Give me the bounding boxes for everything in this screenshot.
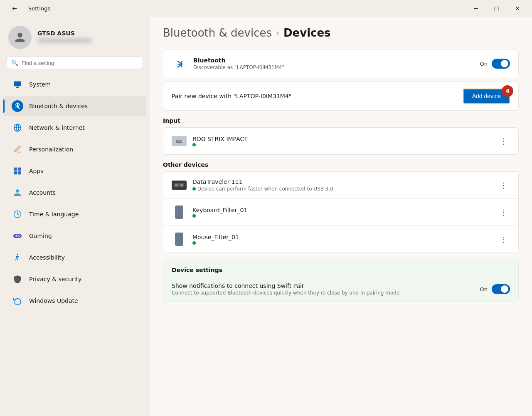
connected-dot [192,143,196,146]
swift-pair-toggle[interactable] [492,284,510,294]
sidebar-item-personalization[interactable]: Personalization [3,139,146,159]
swift-pair-toggle-area: On [480,284,510,294]
step-badge: 4 [502,85,513,97]
titlebar-controls: ─ □ ✕ [466,2,527,15]
input-section-heading: Input [163,117,519,124]
maximize-button[interactable]: □ [487,2,506,15]
update-icon [12,295,23,307]
time-icon [12,208,23,220]
svg-rect-5 [18,168,21,171]
list-item: DataTraveler 111 Device can perform fast… [163,172,518,199]
titlebar-title: Settings [28,5,50,12]
device-status [192,214,491,218]
sidebar-item-accessibility[interactable]: Accessibility [3,248,146,267]
connected-dot [192,241,196,245]
profile-info: GTSD ASUS [37,30,91,45]
sidebar-item-network[interactable]: Network & internet [3,118,146,138]
add-device-wrapper: Add device 4 [463,89,510,104]
app-body: GTSD ASUS 🔍 System Bluetooth & devices [0,17,532,416]
device-more-button[interactable]: ⋮ [497,233,510,246]
sidebar-item-time[interactable]: Time & language [3,204,146,224]
phone-icon [172,205,187,220]
device-info: DataTraveler 111 Device can perform fast… [192,178,491,192]
apps-icon [12,165,23,177]
device-info: Keyboard_Filter_01 [192,207,491,218]
back-button[interactable]: ← [5,2,24,15]
other-devices-card: DataTraveler 111 Device can perform fast… [163,171,519,253]
sidebar-profile: GTSD ASUS [0,21,150,56]
breadcrumb-parent[interactable]: Bluetooth & devices [163,27,272,39]
device-status: Device can perform faster when connected… [192,186,491,192]
search-box[interactable]: 🔍 [7,57,143,69]
minimize-button[interactable]: ─ [466,2,485,15]
search-icon: 🔍 [11,59,18,66]
network-icon [12,122,23,134]
sidebar-item-update-label: Windows Update [29,297,78,304]
phone-icon-2 [172,232,187,247]
svg-point-12 [18,235,19,236]
close-button[interactable]: ✕ [508,2,527,15]
list-item: ⌨ ROG STRIX IMPACT ⋮ [163,128,518,154]
add-device-label: Pair new device with "LAPTOP-I0IM31M4" [172,93,291,99]
avatar [8,26,32,49]
svg-point-14 [17,254,18,255]
other-devices-heading: Other devices [163,161,519,168]
connected-dot [192,187,196,191]
svg-rect-0 [14,82,21,87]
list-item: Keyboard_Filter_01 ⋮ [163,199,518,226]
breadcrumb: Bluetooth & devices › Devices [163,27,519,39]
accessibility-icon [12,252,23,263]
profile-email [37,38,91,43]
input-devices-card: ⌨ ROG STRIX IMPACT ⋮ [163,127,519,155]
svg-point-13 [19,236,20,237]
svg-rect-9 [13,234,22,238]
sidebar-item-gaming[interactable]: Gaming [3,226,146,246]
sidebar-item-personalization-label: Personalization [29,146,73,153]
sidebar-item-gaming-label: Gaming [29,233,52,239]
toggle-knob [501,60,508,67]
sidebar-item-apps[interactable]: Apps [3,161,146,181]
sidebar-item-system[interactable]: System [3,74,146,94]
svg-rect-7 [18,171,21,175]
device-more-button[interactable]: ⋮ [497,134,510,148]
sidebar-item-apps-label: Apps [29,168,44,174]
system-icon [12,79,23,90]
gaming-icon [12,230,23,242]
svg-rect-6 [14,171,17,175]
breadcrumb-current: Devices [283,27,331,39]
sidebar-item-update[interactable]: Windows Update [3,291,146,311]
bluetooth-card: Bluetooth Discoverable as "LAPTOP-I0IM31… [163,49,519,78]
sidebar-item-privacy[interactable]: Privacy & security [3,269,146,289]
main-content: Bluetooth & devices › Devices Bluetooth … [150,17,532,416]
bluetooth-name: Bluetooth [193,57,473,64]
device-more-button[interactable]: ⋮ [497,206,510,219]
bluetooth-toggle[interactable] [492,59,510,69]
device-name: Mouse_Filter_01 [192,234,491,240]
search-input[interactable] [22,60,138,66]
sidebar: GTSD ASUS 🔍 System Bluetooth & devices [0,17,150,416]
sidebar-item-time-label: Time & language [29,211,79,218]
bluetooth-status-label: On [480,61,488,67]
device-name: Keyboard_Filter_01 [192,207,491,213]
device-info: Mouse_Filter_01 [192,234,491,245]
sidebar-item-accounts[interactable]: Accounts [3,183,146,203]
sidebar-item-bluetooth[interactable]: Bluetooth & devices [3,96,146,116]
svg-rect-18 [175,184,178,186]
connected-dot [192,214,196,218]
device-name: DataTraveler 111 [192,178,491,185]
breadcrumb-arrow: › [276,28,279,38]
device-more-button[interactable]: ⋮ [497,178,510,192]
swift-pair-info: Show notifications to connect using Swif… [172,282,473,296]
swift-pair-sub: Connect to supported Bluetooth devices q… [172,290,473,296]
personalization-icon [12,144,23,155]
keyboard-icon: ⌨ [172,134,187,149]
sidebar-item-accessibility-label: Accessibility [29,254,65,261]
bluetooth-card-icon [172,56,187,71]
titlebar: ← Settings ─ □ ✕ [0,0,532,17]
swift-pair-toggle-knob [501,285,508,293]
swift-pair-name: Show notifications to connect using Swif… [172,282,473,289]
usb-icon [172,178,187,193]
swift-pair-row: Show notifications to connect using Swif… [163,277,518,302]
add-device-card: Pair new device with "LAPTOP-I0IM31M4" A… [163,82,519,111]
device-status [192,143,491,146]
